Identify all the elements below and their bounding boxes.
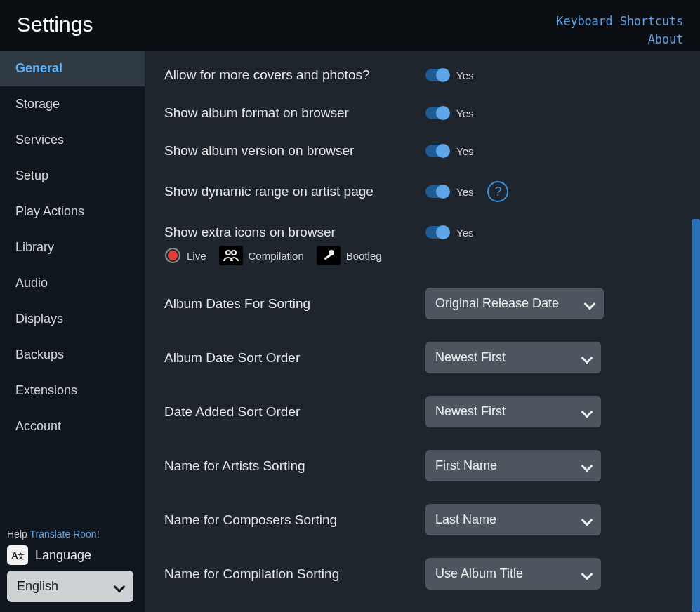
toggle-state: Yes	[456, 69, 473, 81]
toggle-state: Yes	[456, 227, 473, 239]
svg-rect-3	[324, 254, 331, 260]
sidebar-item-audio[interactable]: Audio	[0, 265, 145, 301]
setting-label: Name for Compilation Sorting	[164, 566, 425, 582]
language-label: Language	[35, 548, 91, 563]
setting-label: Allow for more covers and photos?	[164, 67, 425, 83]
chevron-down-icon	[584, 299, 594, 309]
setting-name-compilation-sorting: Name for Compilation Sorting Use Album T…	[164, 558, 658, 590]
setting-show-dynamic: Show dynamic range on artist page Yes ?	[164, 181, 658, 202]
sidebar-item-extensions[interactable]: Extensions	[0, 373, 145, 408]
toggle-state: Yes	[456, 186, 473, 198]
language-dropdown[interactable]: English	[7, 571, 133, 602]
setting-label: Name for Artists Sorting	[164, 458, 425, 474]
dropdown-value: Last Name	[435, 512, 496, 527]
setting-label: Album Date Sort Order	[164, 350, 425, 366]
extra-icons-legend: Live Compilation Bootleg	[164, 246, 658, 265]
help-translate-line: Help Translate Roon!	[7, 526, 138, 545]
translate-roon-link[interactable]: Translate Roon	[29, 528, 96, 540]
sidebar-item-account[interactable]: Account	[0, 408, 145, 444]
live-badge: Live	[164, 247, 206, 264]
setting-label: Show album version on browser	[164, 143, 425, 159]
compilation-badge: Compilation	[219, 246, 304, 265]
sidebar-item-general[interactable]: General	[0, 51, 145, 86]
bootleg-badge: Bootleg	[317, 246, 382, 265]
toggle-allow-covers[interactable]	[425, 69, 449, 81]
help-icon[interactable]: ?	[487, 181, 508, 202]
setting-allow-covers: Allow for more covers and photos? Yes	[164, 67, 658, 83]
toggle-show-format[interactable]	[425, 107, 449, 119]
toggle-show-extra-icons[interactable]	[425, 226, 449, 239]
name-compilation-sorting-dropdown[interactable]: Use Album Title	[425, 558, 601, 590]
sidebar-item-storage[interactable]: Storage	[0, 86, 145, 122]
name-composers-sorting-dropdown[interactable]: Last Name	[425, 504, 601, 536]
setting-label: Show dynamic range on artist page	[164, 184, 425, 199]
sidebar-item-library[interactable]: Library	[0, 230, 145, 265]
about-link[interactable]: About	[648, 32, 683, 46]
chevron-down-icon	[581, 407, 591, 417]
translate-icon: A文	[7, 545, 28, 565]
toggle-state: Yes	[456, 145, 473, 157]
setting-show-version: Show album version on browser Yes	[164, 143, 658, 159]
chevron-down-icon	[114, 582, 124, 592]
album-date-sort-order-dropdown[interactable]: Newest First	[425, 342, 601, 373]
svg-point-1	[232, 251, 236, 255]
chevron-down-icon	[581, 569, 591, 579]
setting-album-date-sort-order: Album Date Sort Order Newest First	[164, 342, 658, 373]
live-icon	[165, 248, 180, 263]
main-settings-panel: Allow for more covers and photos? Yes Sh…	[145, 51, 700, 612]
sidebar-item-play-actions[interactable]: Play Actions	[0, 194, 145, 230]
setting-label: Date Added Sort Order	[164, 404, 425, 420]
setting-name-artists-sorting: Name for Artists Sorting First Name	[164, 450, 658, 481]
dropdown-value: Use Album Title	[435, 566, 523, 581]
mic-icon	[317, 246, 341, 265]
sidebar-item-displays[interactable]: Displays	[0, 301, 145, 337]
sidebar-nav: General Storage Services Setup Play Acti…	[0, 51, 145, 521]
people-icon	[219, 246, 243, 265]
language-value: English	[17, 579, 58, 594]
sidebar-item-backups[interactable]: Backups	[0, 337, 145, 373]
toggle-state: Yes	[456, 107, 473, 119]
live-label: Live	[187, 250, 206, 262]
toggle-show-dynamic[interactable]	[425, 185, 449, 198]
date-added-sort-order-dropdown[interactable]: Newest First	[425, 396, 601, 427]
setting-label: Show album format on browser	[164, 105, 425, 121]
help-suffix: !	[97, 528, 100, 540]
compilation-label: Compilation	[249, 250, 304, 262]
setting-show-format: Show album format on browser Yes	[164, 105, 658, 121]
sidebar: General Storage Services Setup Play Acti…	[0, 51, 145, 612]
setting-label: Name for Composers Sorting	[164, 512, 425, 528]
keyboard-shortcuts-link[interactable]: Keyboard Shortcuts	[556, 14, 683, 28]
sidebar-item-services[interactable]: Services	[0, 122, 145, 158]
header: Settings Keyboard Shortcuts About	[0, 0, 700, 51]
scrollbar[interactable]	[692, 219, 700, 612]
dropdown-value: Newest First	[435, 350, 506, 365]
setting-album-dates-sorting: Album Dates For Sorting Original Release…	[164, 288, 658, 319]
setting-show-extra-icons: Show extra icons on browser Yes	[164, 225, 658, 240]
setting-label: Album Dates For Sorting	[164, 296, 425, 312]
chevron-down-icon	[581, 461, 591, 471]
name-artists-sorting-dropdown[interactable]: First Name	[425, 450, 601, 481]
dropdown-value: First Name	[435, 458, 497, 473]
page-title: Settings	[17, 13, 93, 36]
header-links: Keyboard Shortcuts About	[556, 13, 683, 48]
chevron-down-icon	[581, 515, 591, 525]
toggle-show-version[interactable]	[425, 145, 449, 157]
sidebar-bottom: Help Translate Roon! A文 Language English	[0, 521, 145, 612]
setting-date-added-sort-order: Date Added Sort Order Newest First	[164, 396, 658, 427]
help-prefix: Help	[7, 528, 29, 540]
album-dates-sorting-dropdown[interactable]: Original Release Date	[425, 288, 604, 319]
bootleg-label: Bootleg	[346, 250, 382, 262]
setting-name-composers-sorting: Name for Composers Sorting Last Name	[164, 504, 658, 536]
dropdown-value: Newest First	[435, 404, 506, 419]
chevron-down-icon	[581, 353, 591, 363]
language-row: A文 Language	[7, 545, 138, 565]
dropdown-value: Original Release Date	[435, 296, 559, 311]
sidebar-item-setup[interactable]: Setup	[0, 158, 145, 194]
setting-label: Show extra icons on browser	[164, 225, 425, 240]
svg-point-0	[226, 251, 230, 255]
